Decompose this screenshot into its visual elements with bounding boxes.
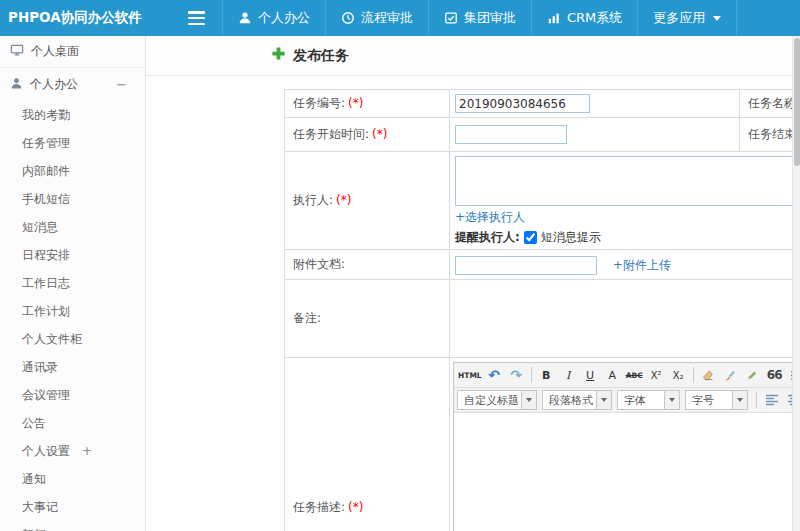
sidebar-item-notice[interactable]: 通知 [0, 465, 145, 493]
person-icon [238, 11, 252, 25]
pen-icon [745, 369, 759, 382]
sidebar-item-announcement[interactable]: 公告 [0, 409, 145, 437]
person-icon [10, 77, 23, 93]
topbar: PHPOA协同办公软件 个人办公 流程审批 集团审批 CRM系统 [0, 0, 800, 36]
attachment-input[interactable] [455, 256, 597, 275]
sidebar-item-mobile-sms[interactable]: 手机短信 [0, 185, 145, 213]
add-plus-icon [271, 46, 286, 65]
remind-executor-row: 提醒执行人: 短消息提示 [455, 229, 800, 246]
form-row-task-time: 任务开始时间:(*) 任务结束时间:(*) [285, 118, 800, 152]
top-navigation: 个人办公 流程审批 集团审批 CRM系统 更多应用 [222, 0, 737, 36]
scrollbar-thumb[interactable] [794, 38, 800, 166]
clock-icon [341, 11, 355, 25]
sidebar-item-short-message[interactable]: 短消息 [0, 213, 145, 241]
remark-textarea[interactable] [455, 283, 800, 351]
format-brush-icon [723, 369, 737, 382]
form-row-remark: 备注: [285, 280, 800, 358]
main-content: 发布任务 任务编号:(*) 任务名称:(*) 任务开始时间:(*) 任务结束时间… [146, 36, 800, 531]
subscript-button[interactable]: X₂ [668, 365, 689, 385]
required-mark: (*) [372, 127, 387, 141]
chevron-down-icon [713, 16, 721, 21]
font-size-select[interactable]: 字号 [685, 390, 748, 410]
sidebar-item-internal-mail[interactable]: 内部邮件 [0, 157, 145, 185]
editor-content[interactable] [454, 413, 800, 531]
menu-toggle-button[interactable] [188, 11, 208, 25]
executor-label: 执行人: [293, 193, 333, 207]
sidebar-item-contacts[interactable]: 通讯录 [0, 353, 145, 381]
form-row-executor: 执行人:(*) +选择执行人 提醒执行人: 短消息提示 [285, 152, 800, 250]
app-brand: PHPOA协同办公软件 [0, 9, 150, 27]
nav-personal-office[interactable]: 个人办公 [222, 0, 325, 36]
rich-text-editor: HTML ↶ ↷ B I U A ABC X² X₂ [453, 362, 800, 531]
form-row-description: 任务描述:(*) HTML ↶ ↷ B I U A [285, 358, 800, 531]
editor-toolbar-row2: 自定义标题 段落格式 字体 字号 [454, 388, 800, 413]
nav-workflow-approval[interactable]: 流程审批 [325, 0, 428, 36]
strikethrough-button[interactable]: ABC [624, 365, 645, 385]
task-number-label: 任务编号: [293, 96, 345, 110]
start-time-label: 任务开始时间: [293, 127, 369, 141]
nav-group-approval[interactable]: 集团审批 [428, 0, 531, 36]
executor-textarea[interactable] [455, 156, 800, 206]
editor-toolbar-row1: HTML ↶ ↷ B I U A ABC X² X₂ [454, 363, 800, 388]
sms-remind-checkbox[interactable] [524, 231, 537, 244]
sms-remind-label: 短消息提示 [541, 229, 601, 246]
bar-chart-icon [547, 11, 561, 25]
sidebar-item-news[interactable]: 新闻 [0, 521, 145, 531]
sidebar-item-task-management[interactable]: 任务管理 [0, 129, 145, 157]
eraser-icon [701, 369, 715, 382]
chevron-down-icon [526, 398, 532, 402]
attachment-upload-link[interactable]: +附件上传 [613, 257, 671, 274]
start-time-input[interactable] [455, 125, 567, 144]
sidebar-item-meeting[interactable]: 会议管理 [0, 381, 145, 409]
nav-more-apps[interactable]: 更多应用 [637, 0, 737, 36]
toolbar-separator [756, 392, 757, 408]
phpoa-app: PHPOA协同办公软件 个人办公 流程审批 集团审批 CRM系统 [0, 0, 800, 531]
remark-label: 备注: [293, 311, 321, 325]
font-button[interactable]: A [602, 365, 623, 385]
sidebar-item-schedule[interactable]: 日程安排 [0, 241, 145, 269]
chevron-down-icon [601, 398, 607, 402]
sidebar-group-personal-office[interactable]: 个人办公 − [0, 68, 145, 101]
expand-icon[interactable]: + [82, 437, 92, 465]
toolbar-separator [531, 367, 532, 383]
pen-button[interactable] [742, 365, 763, 385]
blockquote-button[interactable]: 66 [764, 365, 785, 385]
sidebar-item-file-cabinet[interactable]: 个人文件柜 [0, 325, 145, 353]
font-family-select[interactable]: 字体 [617, 390, 680, 410]
page-title: 发布任务 [293, 47, 349, 65]
sidebar-item-work-plan[interactable]: 工作计划 [0, 297, 145, 325]
sidebar-item-desktop[interactable]: 个人桌面 [0, 36, 145, 68]
paragraph-format-select[interactable]: 段落格式 [542, 390, 612, 410]
heading-style-select[interactable]: 自定义标题 [457, 390, 537, 410]
form-row-attachment: 附件文档: +附件上传 [285, 250, 800, 280]
redo-button[interactable]: ↷ [506, 365, 527, 385]
collapse-icon[interactable]: − [116, 77, 127, 92]
sidebar-item-events[interactable]: 大事记 [0, 493, 145, 521]
sidebar-item-attendance[interactable]: 我的考勤 [0, 101, 145, 129]
sidebar-item-personal-settings[interactable]: 个人设置 + [0, 437, 145, 465]
bold-button[interactable]: B [536, 365, 557, 385]
eraser-button[interactable] [698, 365, 719, 385]
html-source-button[interactable]: HTML [457, 365, 483, 385]
undo-button[interactable]: ↶ [484, 365, 505, 385]
italic-button[interactable]: I [558, 365, 579, 385]
sidebar: 个人桌面 个人办公 − 我的考勤 任务管理 内部邮件 手机短信 短消息 日程安排… [0, 36, 146, 531]
sidebar-item-work-log[interactable]: 工作日志 [0, 269, 145, 297]
desktop-icon [10, 43, 24, 60]
nav-crm-system[interactable]: CRM系统 [531, 0, 637, 36]
task-number-input[interactable] [455, 94, 590, 113]
chevron-down-icon [737, 398, 743, 402]
vertical-scrollbar[interactable] [792, 36, 800, 531]
sidebar-menu: 我的考勤 任务管理 内部邮件 手机短信 短消息 日程安排 工作日志 工作计划 个… [0, 101, 145, 531]
check-square-icon [444, 11, 458, 25]
align-left-icon [765, 394, 779, 406]
align-left-button[interactable] [761, 390, 782, 410]
hamburger-icon [188, 11, 205, 14]
superscript-button[interactable]: X² [646, 365, 667, 385]
required-mark: (*) [336, 193, 351, 207]
description-label: 任务描述: [293, 500, 345, 514]
choose-executor-link[interactable]: +选择执行人 [455, 209, 525, 226]
page-title-bar: 发布任务 [146, 36, 800, 76]
format-brush-button[interactable] [720, 365, 741, 385]
underline-button[interactable]: U [580, 365, 601, 385]
